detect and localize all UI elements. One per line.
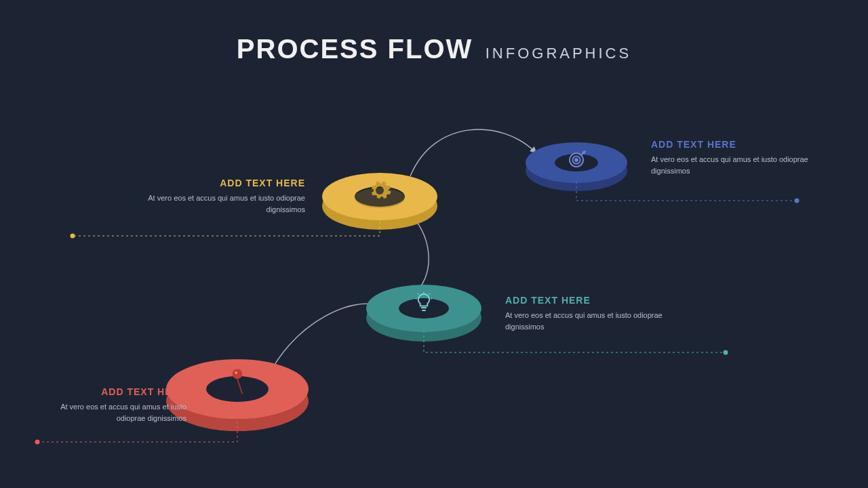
svg-point-4	[795, 199, 800, 203]
pin-icon	[224, 369, 251, 396]
body-yellow: At vero eos et accus qui amus et iusto o…	[129, 192, 305, 216]
heading-red: ADD TEXT HERE	[37, 386, 186, 397]
text-yellow: ADD TEXT HERE At vero eos et accus qui a…	[129, 178, 305, 216]
diagram-canvas: ADD TEXT HERE At vero eos et accus qui a…	[0, 0, 868, 488]
body-red: At vero eos et accus qui amus et iusto o…	[37, 401, 186, 424]
svg-point-0	[71, 234, 75, 239]
svg-point-6	[233, 369, 243, 379]
text-red: ADD TEXT HERE At vero eos et accus qui a…	[37, 386, 186, 424]
gear-icon	[366, 177, 393, 204]
target-icon	[563, 146, 590, 174]
heading-blue: ADD TEXT HERE	[651, 139, 827, 150]
heading-teal: ADD TEXT HERE	[505, 295, 682, 306]
ring-blue	[526, 142, 627, 183]
lightbulb-icon	[410, 289, 437, 316]
body-blue: At vero eos et accus qui amus et iusto o…	[651, 154, 827, 177]
svg-point-3	[575, 159, 578, 161]
ring-yellow	[322, 173, 437, 220]
svg-point-7	[235, 371, 237, 374]
text-teal: ADD TEXT HERE At vero eos et accus qui a…	[505, 295, 682, 333]
svg-line-8	[237, 379, 242, 394]
body-teal: At vero eos et accus qui amus et iusto o…	[505, 310, 682, 333]
heading-yellow: ADD TEXT HERE	[129, 178, 305, 188]
svg-point-9	[35, 440, 40, 445]
text-blue: ADD TEXT HERE At vero eos et accus qui a…	[651, 139, 827, 177]
svg-point-5	[724, 350, 728, 355]
ring-teal	[366, 285, 481, 332]
ring-red	[166, 359, 309, 419]
